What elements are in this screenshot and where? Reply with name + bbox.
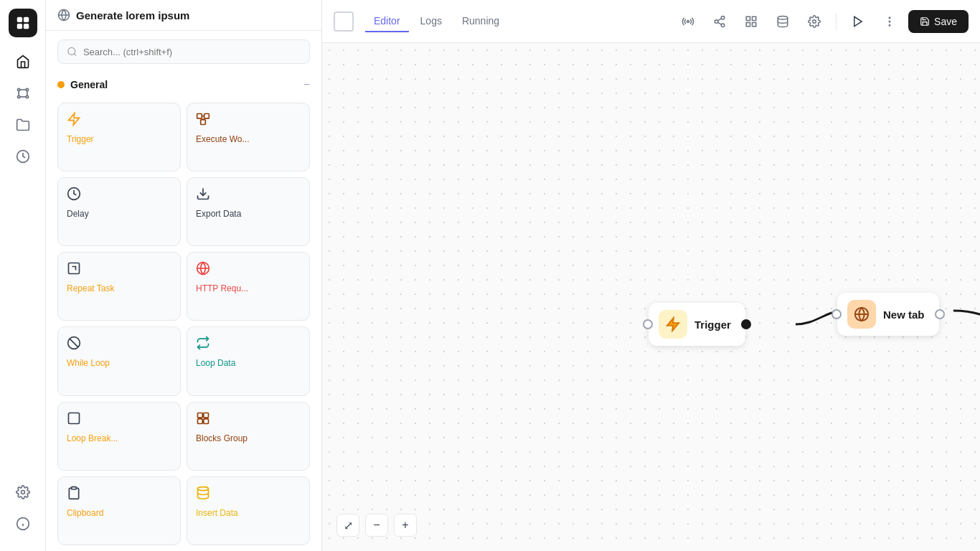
block-export-data-label: Export Data	[196, 209, 301, 219]
new-tab-node-icon	[847, 300, 876, 329]
zoom-in-button[interactable]: +	[394, 514, 417, 537]
block-clipboard[interactable]: Clipboard	[57, 476, 181, 545]
block-while-loop-label: While Loop	[67, 358, 171, 368]
collapse-icon[interactable]: −	[303, 78, 310, 91]
nav-history[interactable]	[10, 143, 36, 169]
nav-home[interactable]	[10, 49, 36, 75]
svg-marker-58	[667, 318, 679, 331]
svg-point-54	[889, 17, 890, 19]
svg-rect-2	[17, 24, 22, 29]
svg-rect-0	[17, 17, 22, 22]
block-delay[interactable]: Delay	[57, 177, 181, 246]
svg-point-56	[889, 24, 890, 26]
zoom-out-button[interactable]: −	[365, 514, 388, 537]
tab-running[interactable]: Running	[453, 11, 508, 32]
block-clipboard-label: Clipboard	[67, 508, 171, 518]
svg-point-5	[26, 88, 28, 90]
search-bar	[46, 31, 321, 72]
block-delay-label: Delay	[67, 209, 171, 219]
svg-rect-35	[198, 413, 203, 418]
block-loop-break[interactable]: Loop Break...	[57, 402, 181, 471]
trigger-node-icon	[659, 310, 687, 339]
svg-point-52	[813, 19, 816, 23]
block-export-data[interactable]: Export Data	[187, 177, 310, 246]
toolbar-divider	[836, 13, 837, 30]
search-icon	[67, 46, 77, 57]
sidebar-toggle[interactable]	[334, 11, 354, 32]
block-insert-data[interactable]: Insert Data	[187, 476, 310, 545]
block-trigger[interactable]: Trigger	[57, 103, 181, 171]
clipboard-icon	[67, 486, 171, 504]
svg-line-33	[70, 339, 78, 348]
expand-button[interactable]: ⤢	[336, 514, 359, 537]
nav-folder[interactable]	[10, 112, 36, 138]
new-tab-node[interactable]: New tab	[837, 293, 939, 336]
block-http-request[interactable]: HTTP Requ...	[187, 252, 310, 321]
blocks-group-icon	[196, 411, 301, 429]
toolbar: Editor Logs Running	[322, 0, 980, 43]
delay-icon	[67, 187, 171, 204]
svg-point-7	[26, 95, 28, 98]
nav-bar	[0, 0, 46, 551]
blocks-grid: Trigger Execute Wo... Delay	[46, 97, 321, 551]
tab-logs[interactable]: Logs	[412, 11, 451, 32]
svg-rect-39	[72, 486, 77, 489]
repeat-task-icon	[67, 261, 171, 279]
svg-point-44	[721, 24, 725, 27]
svg-rect-1	[23, 17, 28, 22]
trigger-node[interactable]: Trigger	[649, 303, 745, 346]
svg-point-51	[778, 16, 788, 19]
database-icon-btn[interactable]	[770, 9, 796, 34]
new-tab-left-connector	[831, 309, 842, 319]
insert-data-icon	[196, 486, 301, 504]
app-logo[interactable]	[9, 9, 37, 37]
svg-point-13	[21, 491, 24, 494]
search-input[interactable]	[83, 47, 301, 57]
canvas: Trigger New tab	[322, 43, 980, 551]
gear-icon-btn[interactable]	[801, 9, 827, 34]
block-loop-break-label: Loop Break...	[67, 433, 171, 443]
trigger-right-connector	[741, 319, 751, 329]
nav-workflow[interactable]	[10, 80, 36, 106]
svg-point-42	[721, 16, 725, 19]
block-repeat-task-label: Repeat Task	[67, 283, 171, 293]
svg-rect-29	[69, 263, 80, 274]
more-options-button[interactable]	[877, 9, 903, 34]
play-button[interactable]	[845, 9, 871, 34]
search-input-wrap[interactable]	[57, 39, 310, 64]
block-execute-workflow[interactable]: Execute Wo...	[187, 103, 310, 171]
block-loop-data[interactable]: Loop Data	[187, 326, 310, 395]
while-loop-icon	[67, 336, 171, 354]
svg-point-55	[889, 21, 890, 22]
section-dot	[57, 81, 65, 88]
share-icon-btn[interactable]	[707, 9, 732, 34]
trigger-icon	[67, 112, 171, 130]
save-button[interactable]: Save	[908, 10, 969, 33]
webhook-icon-btn[interactable]	[675, 9, 701, 34]
svg-line-45	[718, 22, 722, 24]
new-tab-right-connector	[935, 309, 945, 319]
section-label: General	[70, 79, 108, 90]
grid-icon-btn[interactable]	[738, 9, 764, 34]
nav-settings[interactable]	[10, 479, 36, 505]
toolbar-tabs: Editor Logs Running	[365, 11, 508, 32]
block-while-loop[interactable]: While Loop	[57, 326, 181, 395]
block-blocks-group[interactable]: Blocks Group	[187, 402, 310, 471]
block-insert-data-label: Insert Data	[196, 508, 301, 518]
svg-line-46	[718, 18, 722, 20]
svg-point-40	[198, 486, 209, 490]
svg-line-20	[74, 54, 76, 56]
svg-marker-53	[854, 17, 862, 27]
svg-rect-22	[197, 114, 202, 119]
zoom-controls: ⤢ − +	[336, 514, 417, 537]
save-label: Save	[934, 16, 957, 27]
svg-rect-36	[204, 413, 209, 418]
nav-info[interactable]	[10, 511, 36, 537]
block-repeat-task[interactable]: Repeat Task	[57, 252, 181, 321]
svg-rect-47	[746, 17, 750, 20]
execute-workflow-icon	[196, 112, 301, 130]
trigger-node-label: Trigger	[694, 319, 731, 331]
tab-editor[interactable]: Editor	[365, 11, 409, 32]
sidebar-panel: Generate lorem ipsum General − Trigger	[46, 0, 322, 551]
svg-rect-48	[753, 17, 756, 20]
